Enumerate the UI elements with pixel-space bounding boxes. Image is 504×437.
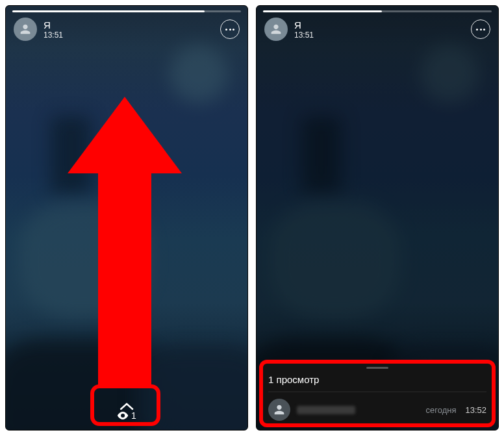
viewer-row[interactable]: сегодня 13:52 (268, 392, 486, 421)
avatar (268, 399, 290, 421)
story-progress-fill (12, 10, 205, 12)
user-name[interactable]: Я (44, 19, 63, 31)
viewers-sheet[interactable]: 1 просмотр сегодня 13:52 (260, 360, 494, 426)
more-button[interactable] (220, 19, 240, 39)
dot-icon (225, 29, 227, 31)
story-screen-own: Я 13:51 1 (5, 5, 248, 431)
sheet-grabber[interactable] (366, 367, 388, 369)
story-header: Я 13:51 (264, 18, 490, 41)
bg-blob (137, 345, 248, 431)
user-name[interactable]: Я (294, 19, 314, 31)
story-header: Я 13:51 (14, 18, 240, 41)
bg-blob (19, 201, 149, 318)
person-icon (18, 22, 32, 36)
story-time: 13:51 (44, 31, 63, 40)
avatar[interactable] (14, 18, 37, 41)
header-text: Я 13:51 (294, 19, 314, 40)
story-screen-viewers: Я 13:51 1 просмотр сегодня 13:52 (256, 5, 499, 431)
more-button[interactable] (471, 19, 490, 39)
viewer-name-redacted (297, 406, 355, 414)
dot-icon (480, 29, 482, 31)
bg-blob (170, 45, 228, 103)
story-progress-fill (263, 10, 382, 12)
dot-icon (476, 29, 478, 31)
dot-icon (229, 29, 231, 31)
eye-icon (117, 412, 129, 419)
person-icon (269, 22, 283, 36)
bg-blob (51, 116, 90, 194)
chevron-up-icon (120, 403, 134, 410)
viewer-when: сегодня (426, 405, 457, 415)
viewers-sheet-title: 1 просмотр (268, 374, 486, 392)
viewer-time: 13:52 (465, 405, 486, 415)
header-text: Я 13:51 (44, 19, 63, 40)
story-time: 13:51 (294, 31, 314, 40)
view-count: 1 (131, 410, 136, 421)
swipe-up-viewers-button[interactable]: 1 (117, 403, 136, 421)
person-icon (272, 403, 286, 417)
avatar[interactable] (264, 18, 288, 41)
dot-icon (483, 29, 485, 31)
story-progress-track (12, 10, 241, 12)
story-progress-track (263, 10, 492, 12)
dot-icon (233, 29, 234, 31)
